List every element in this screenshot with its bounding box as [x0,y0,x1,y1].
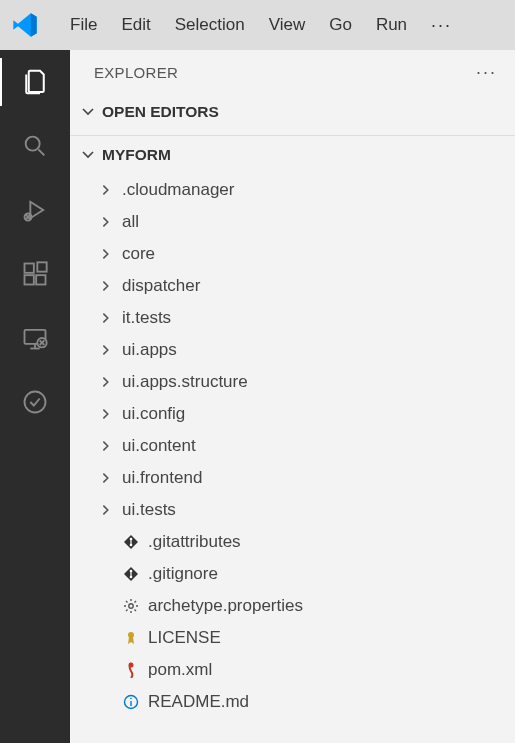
sidebar-header: EXPLORER ··· [70,50,515,93]
svg-marker-2 [30,202,43,218]
search-activity-icon[interactable] [17,128,53,164]
folder-row[interactable]: it.tests [92,302,515,334]
svg-point-25 [129,663,134,668]
menu-more-icon[interactable]: ··· [419,9,464,42]
folder-label: it.tests [122,308,171,328]
sidebar-more-icon[interactable]: ··· [476,62,497,83]
chevron-right-icon [98,310,114,326]
folder-row[interactable]: ui.tests [92,494,515,526]
explorer-sidebar: EXPLORER ··· OPEN EDITORS MYFORM .cloudm… [70,50,515,743]
open-editors-section[interactable]: OPEN EDITORS [70,93,515,131]
file-row[interactable]: archetype.properties [92,590,515,622]
chevron-right-icon [98,406,114,422]
folder-label: ui.config [122,404,185,424]
svg-rect-6 [25,264,34,273]
chevron-right-icon [98,214,114,230]
chevron-right-icon [98,438,114,454]
folder-row[interactable]: all [92,206,515,238]
folder-label: dispatcher [122,276,200,296]
file-label: LICENSE [148,628,221,648]
svg-point-0 [26,137,40,151]
file-row[interactable]: .gitignore [92,558,515,590]
folder-label: ui.frontend [122,468,202,488]
menu-selection[interactable]: Selection [163,9,257,41]
folder-row[interactable]: .cloudmanager [92,174,515,206]
chevron-right-icon [98,470,114,486]
svg-rect-8 [36,275,45,284]
debug-activity-icon[interactable] [17,192,53,228]
menu-file[interactable]: File [58,9,109,41]
folder-label: core [122,244,155,264]
git-file-icon [122,533,140,551]
explorer-title: EXPLORER [94,64,178,81]
folder-row[interactable]: ui.content [92,430,515,462]
chevron-right-icon [98,182,114,198]
folder-label: .cloudmanager [122,180,234,200]
activity-bar [0,50,70,743]
extensions-activity-icon[interactable] [17,256,53,292]
file-row[interactable]: LICENSE [92,622,515,654]
open-editors-label: OPEN EDITORS [102,103,219,121]
xml-file-icon [122,661,140,679]
file-label: pom.xml [148,660,212,680]
svg-point-16 [25,392,46,413]
folder-label: ui.content [122,436,196,456]
file-row[interactable]: .gitattributes [92,526,515,558]
file-label: archetype.properties [148,596,303,616]
chevron-right-icon [98,342,114,358]
explorer-activity-icon[interactable] [17,64,53,100]
vscode-logo [10,10,40,40]
chevron-right-icon [98,502,114,518]
menu-items: File Edit Selection View Go Run ··· [58,9,464,42]
folder-label: ui.apps [122,340,177,360]
folder-row[interactable]: ui.config [92,398,515,430]
menu-run[interactable]: Run [364,9,419,41]
file-label: .gitattributes [148,532,241,552]
workspace-section: MYFORM .cloudmanagerallcoredispatcherit.… [70,136,515,724]
menubar: File Edit Selection View Go Run ··· [0,0,515,50]
folder-row[interactable]: core [92,238,515,270]
svg-point-23 [129,604,133,608]
menu-view[interactable]: View [257,9,318,41]
menu-edit[interactable]: Edit [109,9,162,41]
folder-row[interactable]: ui.apps.structure [92,366,515,398]
file-tree: .cloudmanagerallcoredispatcherit.testsui… [70,168,515,718]
chevron-right-icon [98,278,114,294]
folder-label: ui.tests [122,500,176,520]
svg-point-28 [130,698,132,700]
folder-row[interactable]: ui.frontend [92,462,515,494]
file-label: README.md [148,692,249,712]
chevron-down-icon [80,147,96,163]
workspace-header[interactable]: MYFORM [70,142,515,168]
chevron-right-icon [98,246,114,262]
task-activity-icon[interactable] [17,384,53,420]
folder-row[interactable]: dispatcher [92,270,515,302]
svg-rect-7 [25,275,34,284]
git-file-icon [122,565,140,583]
gear-file-icon [122,597,140,615]
svg-rect-9 [37,262,46,271]
file-row[interactable]: README.md [92,686,515,718]
svg-line-1 [39,150,45,156]
menu-go[interactable]: Go [317,9,364,41]
file-label: .gitignore [148,564,218,584]
chevron-right-icon [98,374,114,390]
workspace-name: MYFORM [102,146,171,164]
remote-activity-icon[interactable] [17,320,53,356]
folder-row[interactable]: ui.apps [92,334,515,366]
folder-label: all [122,212,139,232]
license-file-icon [122,629,140,647]
file-row[interactable]: pom.xml [92,654,515,686]
chevron-down-icon [80,104,96,120]
info-file-icon [122,693,140,711]
folder-label: ui.apps.structure [122,372,248,392]
